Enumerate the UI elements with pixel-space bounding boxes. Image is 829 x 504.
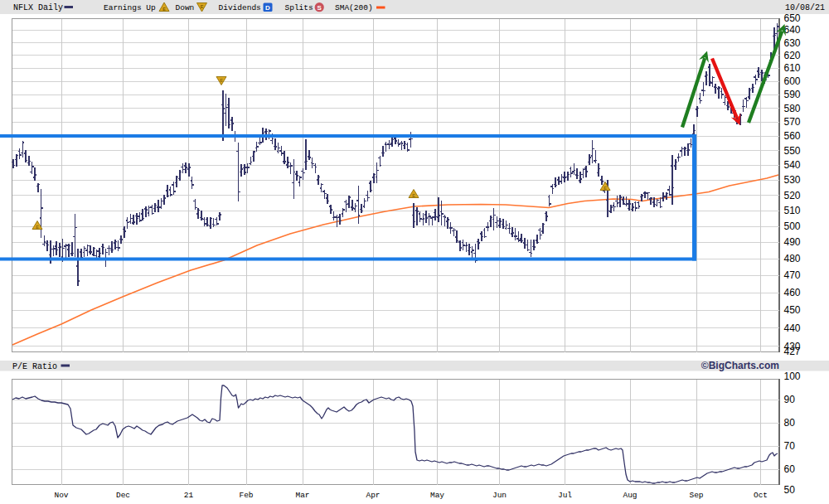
svg-text:50: 50 [784,484,796,496]
svg-text:610: 610 [784,62,801,74]
svg-text:570: 570 [784,116,801,128]
svg-text:630: 630 [784,37,801,49]
svg-text:Dec: Dec [116,491,130,500]
svg-text:Jul: Jul [558,491,572,500]
svg-text:E: E [162,7,166,12]
svg-text:540: 540 [784,159,801,171]
svg-text:P/E Ratio: P/E Ratio [12,362,57,371]
svg-text:520: 520 [784,190,801,201]
svg-text:Earnings Up: Earnings Up [104,3,156,12]
svg-text:S: S [318,4,322,12]
svg-text:90: 90 [784,394,796,405]
svg-text:E: E [604,186,607,191]
svg-text:500: 500 [784,220,801,232]
svg-text:460: 460 [784,287,801,298]
svg-text:Nov: Nov [54,491,68,500]
svg-text:480: 480 [784,253,801,264]
svg-text:E: E [36,225,39,230]
svg-text:60: 60 [784,463,796,475]
svg-text:560: 560 [784,130,801,142]
svg-text:D: D [265,4,270,12]
svg-text:70: 70 [784,440,796,452]
svg-text:21: 21 [184,491,194,500]
svg-text:Sep: Sep [689,491,703,500]
svg-text:E: E [412,193,415,198]
svg-text:470: 470 [784,269,801,281]
svg-text:Mar: Mar [295,491,309,500]
svg-text:450: 450 [784,304,801,316]
svg-text:620: 620 [784,50,801,61]
svg-text:©BigCharts.com: ©BigCharts.com [701,360,779,371]
svg-text:Jun: Jun [492,491,507,500]
svg-text:10/08/21: 10/08/21 [785,3,825,12]
svg-text:530: 530 [784,174,801,186]
svg-text:100: 100 [784,371,801,382]
svg-text:NFLX Daily: NFLX Daily [13,3,63,12]
svg-text:Splits: Splits [285,3,313,12]
svg-text:Dividends: Dividends [219,3,261,12]
svg-text:Apr: Apr [366,491,380,500]
svg-text:Down: Down [176,3,195,12]
svg-text:490: 490 [784,236,801,248]
svg-text:Aug: Aug [623,491,637,500]
svg-text:440: 440 [784,322,801,334]
svg-text:550: 550 [784,145,801,157]
svg-text:650: 650 [784,12,801,24]
svg-text:Oct: Oct [754,491,768,500]
svg-text:SMA(200): SMA(200) [335,3,373,12]
svg-text:E: E [220,78,223,83]
svg-text:427: 427 [784,346,801,357]
svg-text:640: 640 [784,24,801,36]
svg-text:590: 590 [784,89,801,100]
svg-text:580: 580 [784,103,801,114]
svg-text:May: May [430,491,444,500]
svg-text:Feb: Feb [239,491,253,500]
svg-text:E: E [201,4,204,9]
svg-text:510: 510 [784,205,801,216]
svg-text:600: 600 [784,75,801,87]
svg-text:80: 80 [784,417,796,429]
